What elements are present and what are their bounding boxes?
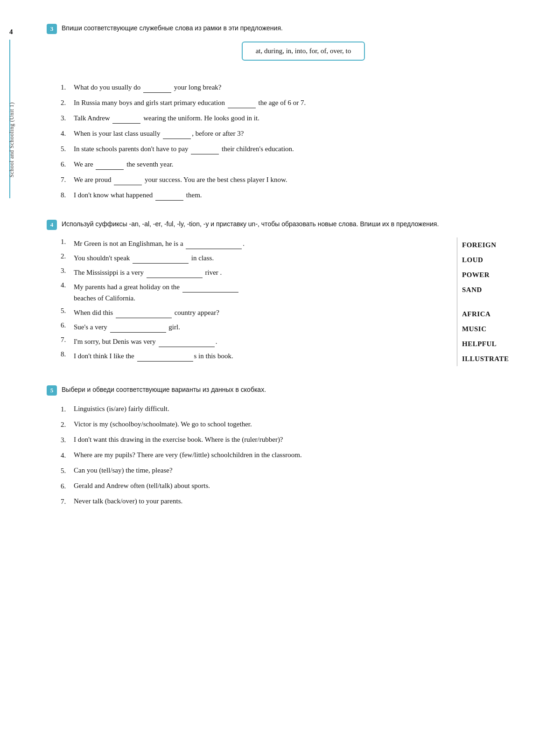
list-item: 5. In state schools parents don't have t… — [61, 143, 523, 154]
blank — [155, 189, 183, 201]
exercise-3-number: 3 — [47, 24, 57, 34]
main-content: 3 Впиши соответствующие служебные слова … — [37, 0, 560, 738]
ex4-word: LOUD — [462, 252, 523, 267]
ex4-word: SAND — [462, 282, 523, 306]
exercise-4-block: 4 Используй суффиксы -an, -al, -er, -ful… — [47, 219, 523, 366]
exercise-3-list: 1. What do you usually do your long brea… — [47, 81, 523, 201]
ex4-row: 2. You shouldn't speak in class. — [61, 252, 452, 264]
list-item: 3. I don't want this drawing in the exer… — [61, 434, 523, 446]
exercise-5-number: 5 — [47, 385, 57, 396]
blank — [137, 350, 193, 362]
list-item: 8. I don't know what happened them. — [61, 189, 523, 201]
sidebar-text-wrapper: School and Schooling (Unit 1) — [8, 51, 36, 229]
blank — [143, 81, 171, 93]
ex4-word: ILLUSTRATE — [462, 351, 523, 366]
list-item: 2. In Russia many boys and girls start p… — [61, 97, 523, 108]
ex4-row: 7. I'm sorry, but Denis was very . — [61, 335, 452, 347]
ex4-word: HELPFUL — [462, 336, 523, 351]
sidebar: 4 School and Schooling (Unit 1) — [0, 0, 37, 738]
ex4-row: 8. I don't think I like the s in this bo… — [61, 350, 452, 362]
blank — [112, 112, 140, 124]
blank — [110, 321, 166, 333]
list-item: 4. When is your last class usually , bef… — [61, 127, 523, 139]
list-item: 2. Victor is my (schoolboy/schoolmate). … — [61, 418, 523, 430]
word-box: at, during, in, into, for, of, over, to — [242, 42, 365, 61]
list-item: 3. Talk Andrew wearing the uniform. He l… — [61, 112, 523, 124]
exercise-4-body: 1. Mr Green is not an Englishman, he is … — [47, 237, 523, 366]
exercise-5-instruction: Выбери и обведи соответствующие варианты… — [62, 385, 266, 395]
exercise-3-header: 3 Впиши соответствующие служебные слова … — [47, 23, 523, 34]
list-item: 5. Can you (tell/say) the time, please? — [61, 465, 523, 476]
blank — [114, 174, 142, 185]
page-number: 4 — [0, 28, 13, 36]
ex4-row: 3. The Mississippi is a very river . — [61, 266, 452, 278]
exercise-4-sentences: 1. Mr Green is not an Englishman, he is … — [61, 237, 452, 366]
exercise-5-header: 5 Выбери и обведи соответствующие вариан… — [47, 385, 523, 396]
ex4-divider — [457, 237, 457, 366]
exercise-4-words: FOREIGN LOUD POWER SAND AFRICA MUSIC HEL… — [462, 237, 523, 366]
ex4-row: 5. When did this country appear? — [61, 306, 452, 318]
sidebar-label: School and Schooling (Unit 1) — [8, 102, 19, 177]
exercise-5-list: 1. Linguistics (is/are) fairly difficult… — [47, 403, 523, 507]
list-item: 4. Where are my pupils? There are very (… — [61, 449, 523, 461]
ex4-row: 6. Sue's a very girl. — [61, 321, 452, 333]
blank — [191, 143, 219, 154]
list-item: 6. We are the seventh year. — [61, 158, 523, 170]
page-wrapper: 4 School and Schooling (Unit 1) 3 Впиши … — [0, 0, 560, 738]
list-item: 1. Linguistics (is/are) fairly difficult… — [61, 403, 523, 415]
blank — [186, 237, 242, 249]
blank — [182, 281, 238, 292]
ex4-word: AFRICA — [462, 306, 523, 321]
blank — [159, 335, 215, 347]
exercise-3-block: 3 Впиши соответствующие служебные слова … — [47, 23, 523, 201]
list-item: 7. Never talk (back/over) to your parent… — [61, 495, 523, 507]
ex4-word: FOREIGN — [462, 237, 523, 252]
blank — [133, 252, 189, 264]
list-item: 6. Gerald and Andrew often (tell/talk) a… — [61, 480, 523, 492]
blank — [147, 266, 203, 278]
ex4-word: POWER — [462, 267, 523, 282]
exercise-3-instruction: Впиши соответствующие служебные слова из… — [62, 23, 283, 33]
list-item: 1. What do you usually do your long brea… — [61, 81, 523, 93]
list-item: 7. We are proud your success. You are th… — [61, 174, 523, 185]
exercise-4-header: 4 Используй суффиксы -an, -al, -er, -ful… — [47, 219, 523, 230]
ex4-row: 1. Mr Green is not an Englishman, he is … — [61, 237, 452, 249]
blank — [228, 97, 256, 108]
exercise-5-block: 5 Выбери и обведи соответствующие вариан… — [47, 385, 523, 507]
blank — [96, 158, 124, 170]
blank — [116, 306, 172, 318]
exercise-4-instruction: Используй суффиксы -an, -al, -er, -ful, … — [62, 219, 439, 229]
ex4-word: MUSIC — [462, 321, 523, 336]
ex4-row: 4. My parents had a great holiday on the… — [61, 281, 452, 304]
exercise-4-number: 4 — [47, 220, 57, 230]
blank — [163, 127, 191, 139]
